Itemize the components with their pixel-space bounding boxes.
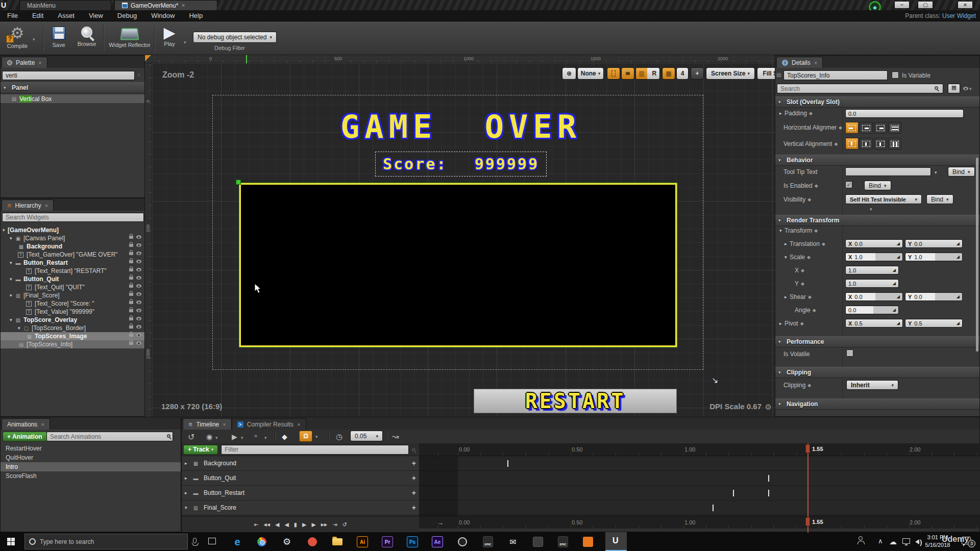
- expand-range-icon[interactable]: →: [437, 519, 444, 527]
- screen-size-dropdown[interactable]: Screen Size▾: [706, 67, 755, 80]
- menu-view[interactable]: View: [82, 12, 110, 19]
- add-section-button[interactable]: +: [412, 474, 416, 482]
- keyframe-icon[interactable]: ◆: [282, 433, 287, 441]
- tree-item-button-restart[interactable]: ▾▬Button_Restart: [1, 259, 144, 267]
- taskbar-mail[interactable]: ✉: [507, 536, 519, 548]
- localization-preview-button[interactable]: ⊕: [562, 67, 576, 80]
- tree-item-text-restart[interactable]: T[Text_Restart] "RESTART": [1, 267, 144, 275]
- track-button-restart[interactable]: ▸▬Button_Restart+: [182, 486, 419, 500]
- tree-item-text-score[interactable]: T[Text_Score] "Score: ": [1, 299, 144, 308]
- pivot-x-input[interactable]: X0.5◢: [845, 319, 903, 328]
- close-icon[interactable]: ×: [814, 60, 817, 66]
- menu-debug[interactable]: Debug: [110, 12, 144, 19]
- camera-lock-icon[interactable]: ◉: [206, 433, 212, 441]
- taskbar-epic-games-2[interactable]: EPIC: [557, 536, 569, 548]
- halign-right-button[interactable]: [874, 122, 887, 134]
- browse-button[interactable]: Browse: [72, 24, 101, 47]
- playhead-marker-bottom[interactable]: [805, 517, 810, 526]
- hidden-icons-chevron[interactable]: ∧: [878, 537, 883, 545]
- close-button[interactable]: ✕: [958, 1, 973, 9]
- chevron-down-icon[interactable]: ▾: [241, 435, 243, 440]
- loop-toggle-button[interactable]: ↺: [342, 521, 347, 528]
- clear-search-icon[interactable]: ×: [137, 72, 140, 78]
- fill-screen-dropdown[interactable]: Fill Screen▾: [757, 67, 775, 80]
- taskbar-after-effects[interactable]: Ae: [431, 536, 444, 548]
- tree-item-topscores-image[interactable]: ▦TopScores_Image: [1, 332, 144, 340]
- section-navigation[interactable]: ▾Navigation: [775, 398, 979, 410]
- menu-window[interactable]: Window: [144, 12, 182, 19]
- respect-locks-button[interactable]: ▥ R: [635, 67, 660, 80]
- taskbar-epic-games[interactable]: EPIC: [482, 536, 494, 548]
- taskbar-edge[interactable]: e: [231, 536, 243, 548]
- valign-center-button[interactable]: [860, 138, 873, 149]
- microphone-icon[interactable]: [193, 538, 197, 543]
- maximize-button[interactable]: ▢: [918, 1, 933, 9]
- translation-y-input[interactable]: Y0.0◢: [905, 239, 963, 248]
- close-tab-icon[interactable]: ×: [181, 2, 185, 9]
- tree-item-topscores-info[interactable]: ▤[TopScores_Info]: [1, 340, 144, 348]
- animation-item-intro[interactable]: Intro: [1, 462, 181, 471]
- widget-button-restart[interactable]: RESTART: [474, 389, 677, 413]
- section-render-transform[interactable]: ▾Render Transform: [775, 215, 979, 226]
- scale-y-input[interactable]: Y1.0◢: [905, 253, 963, 261]
- play-button[interactable]: ▶: [302, 521, 306, 528]
- tab-hierarchy[interactable]: ≣ Hierarchy ×: [2, 199, 54, 211]
- add-track-button[interactable]: + Track▾: [183, 445, 218, 455]
- grid-size-dropdown[interactable]: 4: [676, 67, 689, 80]
- close-icon[interactable]: ×: [41, 421, 44, 428]
- widget-topscores-selected[interactable]: [239, 183, 677, 347]
- timeline-ruler-top[interactable]: 0.00 0.50 1.00 2.00: [419, 443, 980, 456]
- resize-mode-button[interactable]: +: [691, 67, 704, 80]
- tab-animations[interactable]: Animations ×: [2, 418, 50, 430]
- keyframe-tick[interactable]: [768, 475, 769, 482]
- is-enabled-checkbox[interactable]: ✓: [845, 181, 852, 188]
- clipping-dropdown[interactable]: Inherit▾: [846, 380, 898, 390]
- pause-button[interactable]: ▮: [294, 521, 297, 528]
- valign-top-button[interactable]: [845, 138, 859, 149]
- tree-item-gameovermenu[interactable]: ▾[GameOverMenu]: [1, 226, 144, 234]
- angle-input[interactable]: 0.0◢: [845, 306, 899, 314]
- add-animation-button[interactable]: + Animation: [3, 432, 47, 441]
- previous-key-button[interactable]: ◀◀: [264, 522, 270, 527]
- tab-palette[interactable]: Palette ×: [2, 57, 47, 68]
- animation-item-quithover[interactable]: QuitHover: [1, 453, 181, 462]
- curve-editor-icon[interactable]: ↝: [392, 432, 399, 441]
- outline-toggle-button[interactable]: [607, 67, 620, 80]
- taskbar-illustrator[interactable]: Ai: [356, 536, 369, 548]
- tree-item-topscores-border[interactable]: ▾▢[TopScores_Border]: [1, 324, 144, 332]
- scale-x-input[interactable]: X1.0◢: [845, 253, 903, 261]
- is-enabled-bind-button[interactable]: Bind▾: [864, 181, 891, 190]
- track-button-quit[interactable]: ▸▬Button_Quit+: [182, 471, 419, 486]
- shear-y-input[interactable]: Y0.0◢: [905, 292, 963, 301]
- onedrive-cloud-icon[interactable]: ☁: [889, 537, 897, 546]
- chevron-down-icon[interactable]: ▾: [935, 170, 937, 175]
- display-filter-dropdown[interactable]: ▾: [963, 84, 978, 93]
- details-scrollbar[interactable]: [976, 158, 978, 352]
- pivot-y-input[interactable]: Y0.5◢: [905, 319, 963, 328]
- design-canvas[interactable]: Zoom -2 GAME OVER Score: 999999 RESTART …: [152, 63, 775, 417]
- lock-toggle-button[interactable]: [621, 67, 634, 80]
- palette-category-panel[interactable]: ▾Panel: [1, 82, 144, 93]
- tree-item-text-gameover[interactable]: T[Text_GameOver] "GAME OVER": [1, 251, 144, 259]
- tree-item-topscore-overlay[interactable]: ▾▧TopScore_Overlay: [1, 316, 144, 324]
- go-to-end-button[interactable]: ⇥: [332, 521, 337, 528]
- padding-input[interactable]: 0.0: [845, 109, 964, 118]
- tooltip-input[interactable]: [845, 167, 931, 176]
- section-behavior[interactable]: ▾Behavior: [775, 155, 979, 166]
- tab-details[interactable]: i Details ×: [776, 57, 823, 68]
- menu-file[interactable]: File: [0, 12, 25, 19]
- halign-fill-button[interactable]: [888, 122, 901, 134]
- play-dropdown-icon[interactable]: ▾: [184, 40, 186, 45]
- dpi-gear-icon[interactable]: ⚙: [765, 403, 772, 412]
- palette-search-input[interactable]: [2, 71, 135, 80]
- resize-handle-icon[interactable]: ↘: [712, 375, 718, 385]
- tree-item-button-quit[interactable]: ▾▬Button_Quit: [1, 275, 144, 283]
- network-icon[interactable]: [902, 538, 910, 544]
- widget-text-gameover[interactable]: GAME OVER: [213, 108, 708, 145]
- tab-timeline[interactable]: ≣ Timeline ×: [183, 418, 232, 430]
- animations-search-input[interactable]: [46, 432, 173, 441]
- add-section-button[interactable]: +: [412, 459, 416, 467]
- chevron-down-icon[interactable]: ▾: [264, 435, 267, 440]
- visibility-dropdown[interactable]: Self Hit Test Invisible▾: [845, 194, 922, 204]
- volume-icon[interactable]: [915, 539, 919, 544]
